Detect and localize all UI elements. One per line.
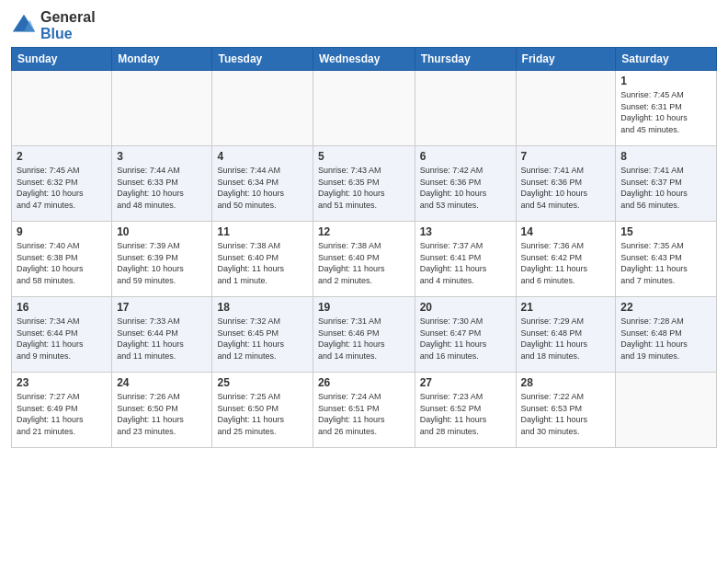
day-number: 20 bbox=[420, 301, 511, 314]
day-info: Sunrise: 7:45 AM Sunset: 6:31 PM Dayligh… bbox=[620, 89, 711, 135]
calendar-cell: 27Sunrise: 7:23 AM Sunset: 6:52 PM Dayli… bbox=[415, 373, 516, 448]
calendar-cell: 18Sunrise: 7:32 AM Sunset: 6:45 PM Dayli… bbox=[212, 297, 313, 373]
day-info: Sunrise: 7:29 AM Sunset: 6:48 PM Dayligh… bbox=[521, 316, 611, 362]
calendar-cell: 5Sunrise: 7:43 AM Sunset: 6:35 PM Daylig… bbox=[313, 146, 415, 222]
day-number: 8 bbox=[620, 150, 711, 163]
day-info: Sunrise: 7:33 AM Sunset: 6:44 PM Dayligh… bbox=[117, 316, 207, 362]
calendar-cell: 14Sunrise: 7:36 AM Sunset: 6:42 PM Dayli… bbox=[516, 222, 616, 297]
day-number: 11 bbox=[217, 225, 307, 238]
day-info: Sunrise: 7:31 AM Sunset: 6:46 PM Dayligh… bbox=[318, 316, 410, 362]
calendar-cell bbox=[112, 71, 212, 146]
calendar-week-2: 2Sunrise: 7:45 AM Sunset: 6:32 PM Daylig… bbox=[12, 146, 717, 222]
calendar-cell: 3Sunrise: 7:44 AM Sunset: 6:33 PM Daylig… bbox=[112, 146, 212, 222]
day-number: 10 bbox=[117, 225, 207, 238]
day-info: Sunrise: 7:40 AM Sunset: 6:38 PM Dayligh… bbox=[17, 240, 107, 286]
day-info: Sunrise: 7:22 AM Sunset: 6:53 PM Dayligh… bbox=[521, 391, 611, 437]
day-number: 23 bbox=[17, 376, 107, 389]
day-info: Sunrise: 7:23 AM Sunset: 6:52 PM Dayligh… bbox=[420, 391, 511, 437]
calendar-week-1: 1Sunrise: 7:45 AM Sunset: 6:31 PM Daylig… bbox=[12, 71, 717, 146]
day-info: Sunrise: 7:24 AM Sunset: 6:51 PM Dayligh… bbox=[318, 391, 410, 437]
col-header-monday: Monday bbox=[112, 48, 212, 71]
day-number: 15 bbox=[620, 225, 711, 238]
calendar-cell: 15Sunrise: 7:35 AM Sunset: 6:43 PM Dayli… bbox=[616, 222, 717, 297]
calendar-table: SundayMondayTuesdayWednesdayThursdayFrid… bbox=[11, 47, 717, 448]
day-info: Sunrise: 7:26 AM Sunset: 6:50 PM Dayligh… bbox=[117, 391, 207, 437]
calendar-cell: 22Sunrise: 7:28 AM Sunset: 6:48 PM Dayli… bbox=[616, 297, 717, 373]
calendar-cell: 4Sunrise: 7:44 AM Sunset: 6:34 PM Daylig… bbox=[212, 146, 313, 222]
calendar-cell: 7Sunrise: 7:41 AM Sunset: 6:36 PM Daylig… bbox=[516, 146, 616, 222]
calendar-cell bbox=[212, 71, 313, 146]
day-number: 19 bbox=[318, 301, 410, 314]
calendar-cell: 10Sunrise: 7:39 AM Sunset: 6:39 PM Dayli… bbox=[112, 222, 212, 297]
logo-icon bbox=[11, 13, 37, 39]
calendar-cell bbox=[516, 71, 616, 146]
day-number: 14 bbox=[521, 225, 611, 238]
day-number: 25 bbox=[217, 376, 307, 389]
day-number: 13 bbox=[420, 225, 511, 238]
day-info: Sunrise: 7:41 AM Sunset: 6:37 PM Dayligh… bbox=[620, 165, 711, 211]
day-info: Sunrise: 7:30 AM Sunset: 6:47 PM Dayligh… bbox=[420, 316, 511, 362]
logo-text: General Blue bbox=[40, 9, 96, 41]
day-info: Sunrise: 7:43 AM Sunset: 6:35 PM Dayligh… bbox=[318, 165, 410, 211]
calendar-week-4: 16Sunrise: 7:34 AM Sunset: 6:44 PM Dayli… bbox=[12, 297, 717, 373]
day-info: Sunrise: 7:38 AM Sunset: 6:40 PM Dayligh… bbox=[318, 240, 410, 286]
page-container: General Blue SundayMondayTuesdayWednesda… bbox=[0, 0, 728, 455]
col-header-wednesday: Wednesday bbox=[313, 48, 415, 71]
calendar-cell: 24Sunrise: 7:26 AM Sunset: 6:50 PM Dayli… bbox=[112, 373, 212, 448]
header: General Blue bbox=[11, 9, 717, 41]
calendar-week-5: 23Sunrise: 7:27 AM Sunset: 6:49 PM Dayli… bbox=[12, 373, 717, 448]
day-number: 22 bbox=[620, 301, 711, 314]
calendar-cell: 28Sunrise: 7:22 AM Sunset: 6:53 PM Dayli… bbox=[516, 373, 616, 448]
calendar-cell: 9Sunrise: 7:40 AM Sunset: 6:38 PM Daylig… bbox=[12, 222, 112, 297]
day-number: 16 bbox=[17, 301, 107, 314]
calendar-cell: 23Sunrise: 7:27 AM Sunset: 6:49 PM Dayli… bbox=[12, 373, 112, 448]
calendar-cell: 11Sunrise: 7:38 AM Sunset: 6:40 PM Dayli… bbox=[212, 222, 313, 297]
day-number: 4 bbox=[217, 150, 307, 163]
day-info: Sunrise: 7:34 AM Sunset: 6:44 PM Dayligh… bbox=[17, 316, 107, 362]
col-header-sunday: Sunday bbox=[12, 48, 112, 71]
calendar-cell: 16Sunrise: 7:34 AM Sunset: 6:44 PM Dayli… bbox=[12, 297, 112, 373]
calendar-cell: 21Sunrise: 7:29 AM Sunset: 6:48 PM Dayli… bbox=[516, 297, 616, 373]
day-info: Sunrise: 7:36 AM Sunset: 6:42 PM Dayligh… bbox=[521, 240, 611, 286]
day-number: 12 bbox=[318, 225, 410, 238]
day-number: 17 bbox=[117, 301, 207, 314]
day-number: 18 bbox=[217, 301, 307, 314]
day-info: Sunrise: 7:35 AM Sunset: 6:43 PM Dayligh… bbox=[620, 240, 711, 286]
calendar-cell bbox=[616, 373, 717, 448]
col-header-friday: Friday bbox=[516, 48, 616, 71]
calendar-cell: 2Sunrise: 7:45 AM Sunset: 6:32 PM Daylig… bbox=[12, 146, 112, 222]
calendar-week-3: 9Sunrise: 7:40 AM Sunset: 6:38 PM Daylig… bbox=[12, 222, 717, 297]
day-info: Sunrise: 7:39 AM Sunset: 6:39 PM Dayligh… bbox=[117, 240, 207, 286]
calendar-cell: 12Sunrise: 7:38 AM Sunset: 6:40 PM Dayli… bbox=[313, 222, 415, 297]
day-info: Sunrise: 7:25 AM Sunset: 6:50 PM Dayligh… bbox=[217, 391, 307, 437]
day-info: Sunrise: 7:42 AM Sunset: 6:36 PM Dayligh… bbox=[420, 165, 511, 211]
calendar-cell: 25Sunrise: 7:25 AM Sunset: 6:50 PM Dayli… bbox=[212, 373, 313, 448]
day-info: Sunrise: 7:41 AM Sunset: 6:36 PM Dayligh… bbox=[521, 165, 611, 211]
day-number: 5 bbox=[318, 150, 410, 163]
day-number: 9 bbox=[17, 225, 107, 238]
day-number: 3 bbox=[117, 150, 207, 163]
day-number: 6 bbox=[420, 150, 511, 163]
day-number: 27 bbox=[420, 376, 511, 389]
calendar-cell bbox=[313, 71, 415, 146]
col-header-tuesday: Tuesday bbox=[212, 48, 313, 71]
calendar-cell: 6Sunrise: 7:42 AM Sunset: 6:36 PM Daylig… bbox=[415, 146, 516, 222]
day-info: Sunrise: 7:28 AM Sunset: 6:48 PM Dayligh… bbox=[620, 316, 711, 362]
day-info: Sunrise: 7:37 AM Sunset: 6:41 PM Dayligh… bbox=[420, 240, 511, 286]
calendar-cell: 1Sunrise: 7:45 AM Sunset: 6:31 PM Daylig… bbox=[616, 71, 717, 146]
logo: General Blue bbox=[11, 9, 96, 41]
day-number: 24 bbox=[117, 376, 207, 389]
day-info: Sunrise: 7:45 AM Sunset: 6:32 PM Dayligh… bbox=[17, 165, 107, 211]
calendar-cell: 17Sunrise: 7:33 AM Sunset: 6:44 PM Dayli… bbox=[112, 297, 212, 373]
calendar-cell bbox=[415, 71, 516, 146]
col-header-saturday: Saturday bbox=[616, 48, 717, 71]
calendar-cell bbox=[12, 71, 112, 146]
calendar-cell: 13Sunrise: 7:37 AM Sunset: 6:41 PM Dayli… bbox=[415, 222, 516, 297]
day-number: 26 bbox=[318, 376, 410, 389]
day-number: 2 bbox=[17, 150, 107, 163]
calendar-header-row: SundayMondayTuesdayWednesdayThursdayFrid… bbox=[12, 48, 717, 71]
day-info: Sunrise: 7:44 AM Sunset: 6:33 PM Dayligh… bbox=[117, 165, 207, 211]
col-header-thursday: Thursday bbox=[415, 48, 516, 71]
day-number: 28 bbox=[521, 376, 611, 389]
calendar-cell: 19Sunrise: 7:31 AM Sunset: 6:46 PM Dayli… bbox=[313, 297, 415, 373]
